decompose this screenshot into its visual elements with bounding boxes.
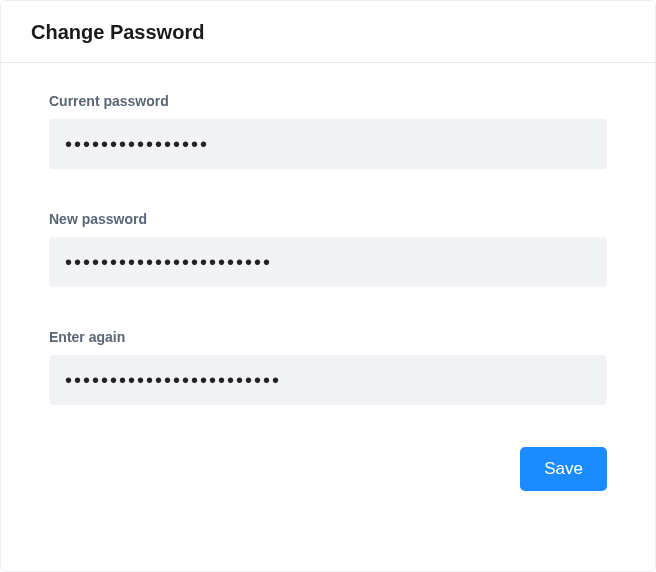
new-password-input[interactable]: [49, 237, 607, 287]
save-button[interactable]: Save: [520, 447, 607, 491]
current-password-group: Current password: [49, 93, 607, 169]
change-password-card: Change Password Current password New pas…: [0, 0, 656, 572]
confirm-password-label: Enter again: [49, 329, 607, 345]
new-password-label: New password: [49, 211, 607, 227]
card-title: Change Password: [1, 1, 655, 63]
card-body: Current password New password Enter agai…: [1, 63, 655, 511]
current-password-input[interactable]: [49, 119, 607, 169]
actions-bar: Save: [49, 447, 607, 491]
confirm-password-input[interactable]: [49, 355, 607, 405]
confirm-password-group: Enter again: [49, 329, 607, 405]
new-password-group: New password: [49, 211, 607, 287]
current-password-label: Current password: [49, 93, 607, 109]
